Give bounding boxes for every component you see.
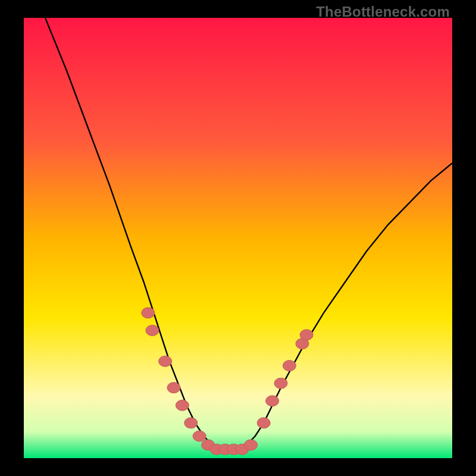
curve-marker	[146, 325, 159, 336]
curve-marker	[274, 378, 287, 389]
curve-marker	[257, 418, 270, 428]
curve-marker	[142, 308, 155, 318]
chart-stage: TheBottleneck.com	[0, 0, 476, 476]
curve-marker	[283, 361, 296, 371]
curve-marker	[167, 383, 180, 393]
curve-marker	[266, 396, 279, 406]
curve-marker	[176, 400, 189, 411]
gradient-background	[24, 18, 452, 458]
curve-marker	[193, 431, 206, 441]
curve-marker	[245, 440, 258, 450]
curve-marker	[300, 330, 313, 340]
bottleneck-chart	[24, 18, 452, 458]
plot-area	[24, 18, 452, 458]
curve-marker	[159, 356, 172, 367]
curve-marker	[184, 418, 198, 428]
